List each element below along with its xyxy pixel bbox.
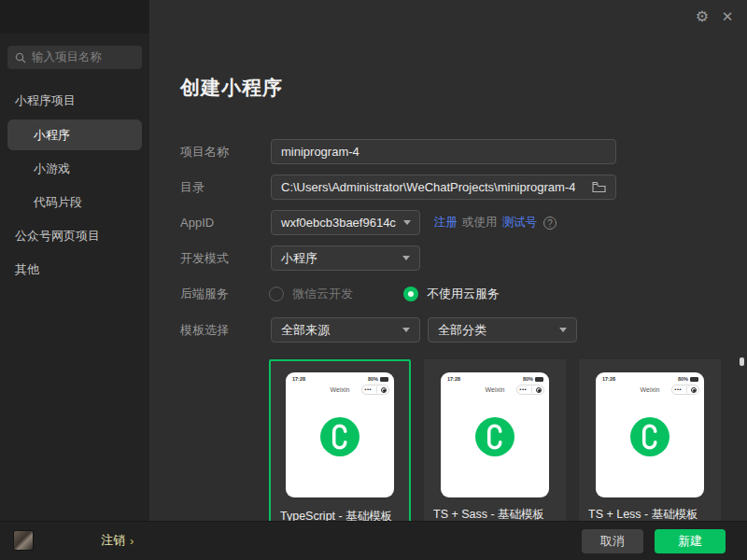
template-card-2[interactable]: 17:2880%Weixin•••TS + Less - 基础模板	[579, 359, 721, 546]
more-dots-icon: •••	[364, 385, 372, 395]
sidebar: 输入项目名称 小程序项目小程序小游戏代码片段公众号网页项目其他	[0, 0, 149, 521]
phone-battery-percent: 80%	[678, 376, 688, 382]
settings-gear-icon[interactable]: ⚙	[694, 8, 711, 25]
sidebar-item-3[interactable]: 代码片段	[0, 188, 149, 217]
register-link[interactable]: 注册	[434, 210, 458, 235]
appid-select[interactable]: wxf0ebcb3baef9614c	[271, 210, 420, 235]
phone-mockup: 17:2880%Weixin•••	[286, 372, 394, 497]
footer-bar: 注销 › 取消 新建 CSDN @整日发愁	[0, 521, 747, 560]
radio-selected-icon[interactable]	[403, 287, 418, 301]
more-dots-icon: •••	[519, 385, 527, 395]
create-button[interactable]: 新建	[655, 529, 726, 553]
template-category-value: 全部分类	[438, 318, 486, 342]
phone-time: 17:28	[447, 376, 460, 382]
backend-radio-1[interactable]: 不使用云服务	[403, 281, 500, 306]
sidebar-item-5[interactable]: 其他	[0, 255, 149, 285]
dev-mode-label: 开发模式	[180, 245, 264, 271]
project-name-label: 项目名称	[180, 139, 264, 164]
template-label: 模板选择	[180, 317, 264, 343]
directory-label: 目录	[180, 175, 264, 200]
sidebar-top-strip	[0, 0, 149, 34]
directory-input[interactable]: C:\Users\Administrator\WeChatProjects\mi…	[271, 175, 616, 200]
chevron-down-icon	[559, 328, 567, 332]
miniprogram-logo-icon	[320, 417, 359, 456]
close-icon[interactable]: ✕	[719, 8, 736, 25]
template-source-value: 全部来源	[281, 318, 330, 342]
more-dots-icon: •••	[674, 385, 682, 395]
sidebar-item-2[interactable]: 小游戏	[0, 154, 149, 184]
backend-label: 后端服务	[180, 281, 264, 306]
page-title: 创建小程序	[180, 75, 283, 101]
logout-button[interactable]: 注销 ›	[101, 532, 134, 549]
miniprogram-logo-icon	[475, 417, 514, 456]
capsule-close-icon	[536, 387, 542, 393]
cancel-button[interactable]: 取消	[582, 529, 643, 553]
search-icon	[15, 52, 26, 63]
chevron-down-icon	[402, 256, 410, 260]
phone-battery-percent: 80%	[523, 376, 533, 382]
project-name-input[interactable]	[271, 139, 616, 164]
phone-time: 17:28	[292, 376, 305, 382]
or-use-text: 或使用	[462, 210, 498, 235]
chevron-down-icon	[402, 328, 410, 332]
sidebar-item-4[interactable]: 公众号网页项目	[0, 221, 149, 251]
appid-value: wxf0ebcb3baef9614c	[281, 211, 396, 234]
backend-radio-label: 不使用云服务	[427, 286, 500, 302]
battery-icon	[690, 377, 698, 382]
backend-radio-label: 微信云开发	[292, 286, 353, 302]
phone-mockup: 17:2880%Weixin•••	[441, 372, 549, 497]
create-miniprogram-panel: ⚙ ✕ 创建小程序 项目名称 目录 C:\Users\Administrator…	[149, 0, 747, 521]
search-placeholder: 输入项目名称	[32, 49, 102, 65]
template-card-list: 17:2880%Weixin•••TypeScript - 基础模板17:288…	[269, 359, 721, 546]
dev-mode-select[interactable]: 小程序	[271, 245, 420, 271]
template-card-1[interactable]: 17:2880%Weixin•••TS + Sass - 基础模板	[424, 359, 566, 546]
dev-mode-value: 小程序	[281, 246, 317, 270]
sidebar-item-0[interactable]: 小程序项目	[0, 86, 149, 116]
logout-label: 注销	[101, 532, 125, 549]
radio-unselected-icon[interactable]	[269, 287, 284, 301]
directory-value: C:\Users\Administrator\WeChatProjects\mi…	[281, 175, 575, 199]
test-account-link[interactable]: 测试号	[502, 210, 538, 235]
phone-capsule-menu: •••	[516, 385, 544, 395]
help-icon[interactable]: ?	[543, 217, 557, 230]
scrollbar-thumb[interactable]	[740, 357, 744, 366]
capsule-close-icon	[381, 387, 387, 393]
project-search-input[interactable]: 输入项目名称	[7, 46, 142, 69]
avatar[interactable]	[13, 530, 34, 551]
appid-links: 注册 或使用 测试号 ?	[434, 210, 557, 235]
template-category-select[interactable]: 全部分类	[428, 317, 577, 343]
battery-icon	[535, 377, 543, 382]
phone-battery-percent: 80%	[368, 376, 378, 382]
backend-radio-0[interactable]: 微信云开发	[269, 281, 353, 306]
template-source-select[interactable]: 全部来源	[271, 317, 420, 343]
chevron-right-icon: ›	[130, 534, 134, 548]
phone-time: 17:28	[602, 376, 615, 382]
folder-icon[interactable]	[592, 181, 606, 193]
sidebar-item-1[interactable]: 小程序	[7, 119, 142, 150]
chevron-down-icon	[403, 220, 411, 225]
phone-capsule-menu: •••	[361, 385, 389, 395]
template-card-0[interactable]: 17:2880%Weixin•••TypeScript - 基础模板	[269, 359, 411, 546]
miniprogram-logo-icon	[630, 417, 669, 456]
phone-mockup: 17:2880%Weixin•••	[596, 372, 704, 497]
sidebar-nav: 小程序项目小程序小游戏代码片段公众号网页项目其他	[0, 86, 149, 285]
phone-capsule-menu: •••	[671, 385, 699, 395]
appid-label: AppID	[180, 210, 264, 235]
battery-icon	[380, 377, 388, 382]
capsule-close-icon	[691, 387, 697, 393]
